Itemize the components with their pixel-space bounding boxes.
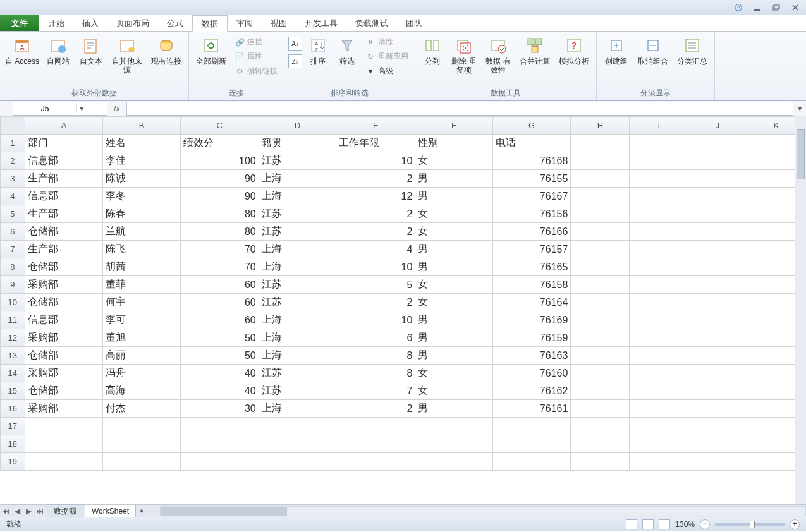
cell[interactable]: 仓储部 [25, 258, 103, 276]
cell[interactable] [630, 400, 688, 418]
cell[interactable]: 电话 [492, 135, 571, 152]
cell[interactable]: 女 [415, 294, 492, 311]
cell[interactable]: 10 [336, 311, 415, 329]
cell[interactable]: 仓储部 [25, 223, 103, 241]
cell[interactable]: 上海 [259, 170, 336, 188]
help-icon[interactable]: ? [733, 3, 744, 13]
cell[interactable]: 76167 [492, 188, 571, 205]
cell[interactable]: 采购部 [25, 365, 103, 382]
cell[interactable]: 陈飞 [103, 241, 180, 258]
sheet-nav-first-icon[interactable]: ⏮ [0, 507, 11, 516]
cell[interactable]: 50 [180, 329, 259, 347]
cell[interactable] [336, 453, 415, 471]
cell[interactable]: 上海 [259, 311, 336, 329]
vertical-scrollbar[interactable] [795, 116, 806, 504]
cell[interactable]: 76168 [492, 152, 571, 170]
cell[interactable] [571, 258, 630, 276]
cell[interactable] [688, 382, 747, 400]
fx-icon[interactable]: fx [107, 104, 126, 113]
row-header[interactable]: 2 [1, 152, 25, 170]
cell[interactable] [571, 382, 630, 400]
cell[interactable] [630, 223, 688, 241]
cell[interactable] [688, 418, 747, 435]
cell[interactable]: 女 [415, 276, 492, 294]
cell[interactable] [688, 400, 747, 418]
row-header[interactable]: 16 [1, 400, 25, 418]
cell[interactable]: 30 [180, 400, 259, 418]
cell[interactable]: 70 [180, 258, 259, 276]
row-header[interactable]: 7 [1, 241, 25, 258]
cell[interactable]: 76163 [492, 347, 571, 365]
view-pagebreak-icon[interactable] [659, 519, 670, 529]
row-header[interactable]: 5 [1, 205, 25, 223]
cell[interactable]: 男 [415, 400, 492, 418]
cell[interactable] [571, 311, 630, 329]
cell[interactable]: 90 [180, 170, 259, 188]
view-pagelayout-icon[interactable] [642, 519, 654, 529]
sheet-nav-next-icon[interactable]: ▶ [23, 507, 34, 516]
cell[interactable]: 上海 [259, 329, 336, 347]
cell[interactable]: 8 [336, 365, 415, 382]
cell[interactable]: 李冬 [103, 188, 180, 205]
cell[interactable]: 性别 [415, 135, 492, 152]
cell[interactable] [630, 135, 688, 152]
cell[interactable]: 2 [336, 205, 415, 223]
cell[interactable] [688, 170, 747, 188]
row-header[interactable]: 3 [1, 170, 25, 188]
scrollbar-thumb[interactable] [797, 129, 805, 179]
cell[interactable] [25, 435, 103, 453]
cell[interactable] [25, 453, 103, 471]
formula-input[interactable] [126, 102, 793, 116]
cell[interactable] [688, 152, 747, 170]
cell[interactable] [688, 135, 747, 152]
cell[interactable]: 李可 [103, 311, 180, 329]
cell[interactable]: 2 [336, 170, 415, 188]
cell[interactable]: 江苏 [259, 382, 336, 400]
cell[interactable]: 生产部 [25, 241, 103, 258]
cell[interactable]: 2 [336, 294, 415, 311]
ungroup-button[interactable]: 取消组合 [635, 34, 671, 75]
cell[interactable] [259, 435, 336, 453]
cell[interactable] [688, 294, 747, 311]
cell[interactable] [630, 205, 688, 223]
cell[interactable] [571, 276, 630, 294]
cell[interactable] [180, 418, 259, 435]
cell[interactable]: 76159 [492, 329, 571, 347]
group-button[interactable]: 创建组 [601, 34, 632, 75]
remove-dup-button[interactable]: 删除 重复项 [448, 34, 480, 75]
cell[interactable]: 男 [415, 347, 492, 365]
cell[interactable]: 信息部 [25, 152, 103, 170]
cell[interactable] [630, 241, 688, 258]
cell[interactable]: 6 [336, 329, 415, 347]
name-box-dropdown-icon[interactable]: ▾ [76, 104, 87, 113]
cell[interactable]: 部门 [25, 135, 103, 152]
cell[interactable] [336, 418, 415, 435]
cell[interactable] [571, 453, 630, 471]
row-header[interactable]: 14 [1, 365, 25, 382]
cell[interactable] [630, 170, 688, 188]
cell[interactable] [259, 418, 336, 435]
cell[interactable] [492, 453, 571, 471]
col-header-A[interactable]: A [25, 117, 103, 135]
cell[interactable] [571, 223, 630, 241]
cell[interactable]: 4 [336, 241, 415, 258]
row-header[interactable]: 9 [1, 276, 25, 294]
cell[interactable]: 70 [180, 241, 259, 258]
cell[interactable] [571, 241, 630, 258]
cell[interactable]: 冯舟 [103, 365, 180, 382]
cell[interactable]: 生产部 [25, 170, 103, 188]
cell[interactable]: 董菲 [103, 276, 180, 294]
cell[interactable] [571, 135, 630, 152]
cell[interactable]: 10 [336, 152, 415, 170]
row-header[interactable]: 8 [1, 258, 25, 276]
cell[interactable]: 100 [180, 152, 259, 170]
cell[interactable] [103, 453, 180, 471]
cell[interactable] [688, 365, 747, 382]
connections-button[interactable]: 🔗连接 [232, 35, 280, 49]
cell[interactable] [415, 418, 492, 435]
text-to-columns-button[interactable]: 分列 [419, 34, 446, 75]
tab-review[interactable]: 审阅 [228, 15, 262, 31]
cell[interactable]: 上海 [259, 400, 336, 418]
horizontal-scrollbar[interactable] [160, 506, 806, 516]
cell[interactable]: 籍贯 [259, 135, 336, 152]
